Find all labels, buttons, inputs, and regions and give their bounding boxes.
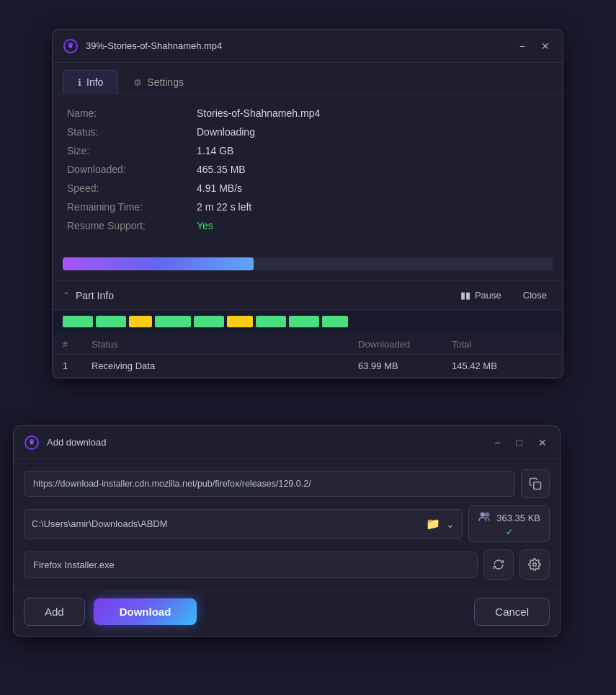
table-row: 1 Receiving Data 63.99 MB 145.42 MB [53,355,563,378]
add-button[interactable]: Add [24,598,85,626]
info-tab-icon: ℹ [78,77,81,88]
progress-container [63,257,553,270]
pause-label: Pause [475,290,501,301]
add-window: Add download − □ ✕ C:\Users\amir\Downloa… [13,425,561,637]
info-window: 39%-Stories-of-Shahnameh.mp4 − ✕ ℹ Info … [52,29,563,379]
folder-icon[interactable]: 📁 [426,517,440,531]
tabs-bar: ℹ Info ⚙ Settings [53,63,563,94]
part-info-header: ⌃ Part Info ▮▮ Pause Close [53,280,563,310]
info-row-size: Size: 1.14 GB [67,145,548,156]
close-label: Close [523,290,547,301]
chevron-up-icon: ⌃ [63,291,70,301]
segment-8 [289,316,319,327]
info-row-remaining: Remaining Time: 2 m 22 s left [67,201,548,213]
svg-point-6 [485,512,489,516]
info-row-downloaded: Downloaded: 465.35 MB [67,164,548,175]
svg-point-1 [69,44,73,48]
name-value: Stories-of-Shahnameh.mp4 [197,107,320,119]
table-header: # Status Downloaded Total [53,335,563,355]
url-row [24,469,550,498]
segments-bar [53,310,563,335]
size-badge-top: 363.35 KB [478,510,540,526]
chevron-down-icon[interactable]: ⌄ [446,518,455,530]
add-window-controls: − □ ✕ [491,436,550,449]
part-info-title: Part Info [76,290,455,301]
clipboard-button[interactable] [521,469,550,498]
gear-icon [528,558,541,571]
resume-label: Resume Support: [67,220,197,231]
url-input[interactable] [24,471,515,497]
info-row-resume: Resume Support: Yes [67,220,548,231]
status-value: Downloading [197,126,255,138]
info-window-controls: − ✕ [517,40,553,53]
svg-rect-4 [534,482,541,490]
downloaded-value: 465.35 MB [197,164,246,175]
progress-bar-background [63,257,553,270]
segment-5 [194,316,224,327]
filename-input[interactable] [24,552,478,578]
info-panel: Name: Stories-of-Shahnameh.mp4 Status: D… [53,94,563,253]
size-badge-text: 363.35 KB [496,513,540,523]
status-label: Status: [67,126,197,138]
col-header-status: Status [91,339,358,350]
resume-value: Yes [197,220,213,231]
add-window-title: Add download [47,437,491,448]
checkmark-icon: ✓ [506,527,513,537]
info-window-title: 39%-Stories-of-Shahnameh.mp4 [86,40,517,51]
settings-button[interactable] [519,549,550,580]
add-minimize-button[interactable]: − [491,436,503,449]
refresh-button[interactable] [483,549,514,580]
size-icon [478,510,492,526]
info-close-button[interactable]: ✕ [538,40,553,53]
cancel-button[interactable]: Cancel [474,598,550,626]
speed-label: Speed: [67,182,197,194]
segment-1 [63,316,93,327]
remaining-value: 2 m 22 s left [197,201,251,213]
clipboard-icon [529,477,542,490]
refresh-icon [492,558,505,571]
info-minimize-button[interactable]: − [517,40,528,53]
add-title-bar: Add download − □ ✕ [14,426,560,459]
app-logo-icon [63,38,79,54]
close-button[interactable]: Close [517,287,553,304]
svg-point-7 [533,563,537,567]
segment-6 [227,316,253,327]
info-row-name: Name: Stories-of-Shahnameh.mp4 [67,107,548,119]
bottom-row: Add Download Cancel [14,590,560,636]
pause-icon: ▮▮ [460,290,470,301]
add-close-button[interactable]: ✕ [535,436,550,449]
segment-9 [322,316,348,327]
download-button[interactable]: Download [94,598,197,625]
tab-info-label: Info [86,76,103,88]
segment-4 [155,316,191,327]
segment-7 [256,316,286,327]
path-text: C:\Users\amir\Downloads\ABDM [32,518,426,529]
info-row-status: Status: Downloading [67,126,548,138]
settings-tab-icon: ⚙ [133,77,142,88]
add-maximize-button[interactable]: □ [514,436,525,449]
path-row: C:\Users\amir\Downloads\ABDM 📁 ⌄ 363.35 … [24,505,550,542]
svg-point-3 [30,441,34,444]
col-header-downloaded: Downloaded [358,339,452,350]
path-actions: 📁 ⌄ [426,517,455,531]
segment-2 [96,316,126,327]
filename-row [24,549,550,580]
row-num: 1 [63,360,91,371]
size-value: 1.14 GB [197,145,233,156]
segment-3 [129,316,152,327]
col-header-total: Total [452,339,553,350]
size-label: Size: [67,145,197,156]
col-header-num: # [63,339,91,350]
info-row-speed: Speed: 4.91 MB/s [67,182,548,194]
downloaded-label: Downloaded: [67,164,197,175]
tab-settings-label: Settings [147,76,184,88]
path-input-container[interactable]: C:\Users\amir\Downloads\ABDM 📁 ⌄ [24,509,463,539]
tab-info[interactable]: ℹ Info [63,70,118,94]
svg-point-5 [481,512,485,516]
progress-bar-fill [63,257,254,270]
pause-button[interactable]: ▮▮ Pause [455,287,507,304]
tab-settings[interactable]: ⚙ Settings [118,70,199,94]
size-badge: 363.35 KB ✓ [468,505,550,542]
row-status: Receiving Data [91,360,358,371]
users-icon [478,510,492,522]
